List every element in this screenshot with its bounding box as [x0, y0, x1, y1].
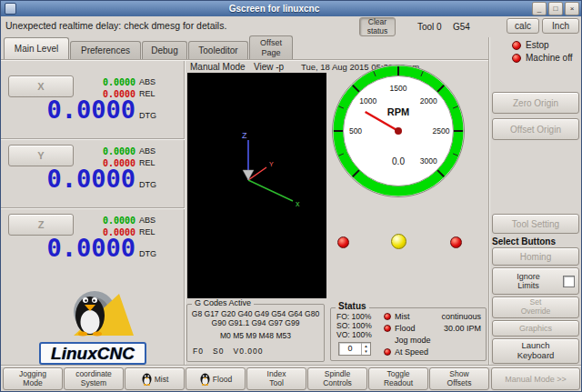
- jogging-mode-button[interactable]: Jogging Mode: [3, 367, 63, 390]
- spinbox-value: 0: [339, 343, 361, 355]
- feed-override-label: FO: 100%: [336, 312, 371, 321]
- units-inch-button[interactable]: Inch: [542, 18, 579, 34]
- tab-tooleditor[interactable]: Tooleditor: [188, 41, 248, 59]
- ignore-limits-checkbox[interactable]: [563, 276, 575, 287]
- at-speed-led: [384, 348, 391, 356]
- ignore-limits-button[interactable]: Ignore Limits: [492, 267, 579, 295]
- abs-label: ABS: [139, 146, 156, 156]
- view-label: View -p: [254, 62, 284, 72]
- jog-increment-spinbox[interactable]: 0 ▲ ▼: [338, 342, 371, 356]
- show-offsets-button[interactable]: Show Offsets: [429, 367, 489, 390]
- gauge-tick-500: 500: [349, 126, 362, 136]
- z-axis-label: Z: [242, 131, 247, 140]
- flood-button-label: Flood: [213, 375, 232, 384]
- gcodes-frame-title: G Codes Active: [192, 298, 254, 307]
- clear-status-button[interactable]: Clear status: [359, 17, 396, 36]
- gauge-tick-2500: 2500: [433, 126, 450, 136]
- spindle-override-label: SO: 100%: [336, 321, 372, 330]
- gcodes-frame: G Codes Active G8 G17 G20 G40 G49 G54 G6…: [186, 304, 325, 362]
- penguin-icon: [199, 372, 211, 386]
- abs-label: ABS: [139, 216, 156, 225]
- dtg-label: DTG: [139, 180, 156, 189]
- toggle-readout-button[interactable]: Toggle Readout: [368, 367, 428, 390]
- tool-setting-button[interactable]: Tool Setting: [492, 214, 579, 234]
- x-axis-label: x: [296, 199, 300, 208]
- gauge-tick-3000: 3000: [420, 156, 437, 166]
- panel-divider: [488, 37, 490, 365]
- dro-y-dtg-value: 0.0000: [8, 166, 135, 192]
- graphics-button[interactable]: Graphics: [492, 320, 579, 337]
- rel-label: REL: [139, 89, 156, 98]
- right-red-led: [450, 236, 462, 248]
- gauge-title: RPM: [387, 106, 409, 117]
- ignore-limits-label: Ignore Limits: [497, 272, 560, 291]
- axis-y-button[interactable]: Y: [8, 145, 74, 166]
- spin-down-icon[interactable]: ▼: [364, 349, 367, 354]
- dro-z-dtg-value: 0.0000: [8, 236, 135, 261]
- gremlin-3d-view[interactable]: Z Y x: [187, 73, 326, 298]
- mcodes-line: M0 M5 M9 M48 M53: [187, 331, 324, 340]
- status-frame: Status FO: 100% SO: 100% VO: 100% 0 ▲ ▼ …: [330, 307, 487, 361]
- mist-value: continuous: [441, 312, 481, 321]
- tab-offset-page[interactable]: Offset Page: [249, 35, 293, 59]
- titlebar[interactable]: Gscreen for linuxcnc _ □ ×: [1, 1, 581, 16]
- machine-off-toggle[interactable]: Machine off: [526, 53, 573, 63]
- tab-main-level[interactable]: Main Level: [4, 37, 69, 59]
- coordinate-system-button[interactable]: coordinate System: [64, 367, 124, 390]
- tab-debug[interactable]: Debug: [142, 41, 187, 59]
- maximize-icon[interactable]: □: [548, 2, 563, 15]
- manual-mode-button[interactable]: Manual Mode >>: [491, 367, 580, 390]
- offset-origin-button[interactable]: Offset Origin: [492, 118, 579, 140]
- axis-separator: [1, 207, 185, 209]
- index-tool-button[interactable]: Index Tool: [246, 367, 306, 390]
- gcodes-line-2: G90 G91.1 G94 G97 G99: [187, 318, 324, 327]
- toolbar-separator: [1, 365, 582, 367]
- minimize-icon[interactable]: _: [532, 2, 547, 15]
- dtg-label: DTG: [139, 111, 156, 120]
- flood-label: Flood: [395, 324, 416, 333]
- gauge-tick-2000: 2000: [420, 96, 437, 106]
- mist-button[interactable]: Mist: [125, 367, 185, 390]
- axis-z-button[interactable]: Z: [8, 214, 74, 236]
- center-yellow-led: [391, 234, 406, 249]
- penguin-icon: [141, 372, 153, 386]
- flood-button[interactable]: Flood: [186, 367, 246, 390]
- dro-x-abs-value: 0.0000: [77, 77, 135, 87]
- mist-button-label: Mist: [155, 375, 169, 384]
- calc-button[interactable]: calc: [507, 18, 539, 34]
- set-override-button[interactable]: Set Override: [492, 297, 579, 318]
- fsv-line: F0 S0 V0.000: [187, 347, 324, 356]
- realtime-delay-message: Unexpected realtime delay: check dmesg f…: [5, 20, 226, 31]
- notebook-edge: [1, 59, 488, 61]
- spindle-controls-button[interactable]: Spindle Controls: [307, 367, 367, 390]
- window-title: Gscreen for linuxcnc: [18, 4, 530, 14]
- mist-led: [384, 313, 391, 320]
- estop-toggle[interactable]: Estop: [526, 40, 549, 50]
- zero-origin-button[interactable]: Zero Origin: [492, 92, 579, 114]
- gcodes-line-1: G8 G17 G20 G40 G49 G54 G64 G80: [187, 309, 324, 318]
- axis-x-button[interactable]: X: [8, 75, 74, 97]
- select-buttons-label: Select Buttons: [492, 236, 556, 246]
- gauge-value: 0.0: [392, 156, 405, 166]
- homing-button[interactable]: Homing: [492, 247, 579, 266]
- rpm-gauge: 500 1000 1500 2000 2500 3000 RPM 0.0: [330, 63, 467, 199]
- left-red-led: [337, 236, 349, 248]
- dtg-label: DTG: [139, 249, 156, 258]
- rel-label: REL: [139, 158, 156, 167]
- active-coord-system-label: G54: [453, 22, 470, 32]
- axis-separator: [1, 138, 185, 140]
- dro-x-dtg-value: 0.0000: [8, 97, 135, 123]
- flood-value: 30.00 IPM: [444, 324, 481, 333]
- launch-keyboard-button[interactable]: Launch Keyboard: [492, 338, 579, 364]
- close-icon[interactable]: ×: [565, 2, 579, 15]
- velocity-override-label: VO: 100%: [336, 330, 372, 339]
- gscreen-window: Gscreen for linuxcnc _ □ × Unexpected re…: [0, 0, 582, 392]
- machine-off-led: [512, 54, 521, 63]
- rel-label: REL: [139, 227, 156, 236]
- tab-preferences[interactable]: Preferences: [70, 41, 141, 59]
- mist-label: Mist: [395, 312, 410, 321]
- spinbox-arrows[interactable]: ▲ ▼: [361, 343, 370, 355]
- estop-led: [512, 41, 521, 50]
- tool-cone-icon: [243, 170, 254, 180]
- tux-logo-graphic: [43, 286, 143, 337]
